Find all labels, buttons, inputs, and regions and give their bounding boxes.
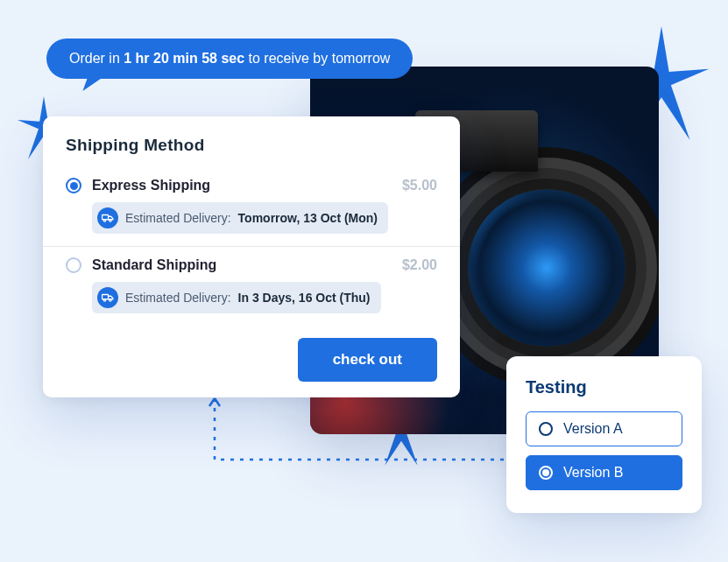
shipping-option-price: $2.00: [402, 257, 437, 273]
svg-point-1: [103, 220, 105, 221]
shipping-option-express[interactable]: Express Shipping $5.00 Estimated Deliver…: [43, 167, 460, 246]
checkout-button[interactable]: check out: [298, 338, 437, 382]
testing-card: Testing Version A Version B: [506, 356, 702, 513]
shipping-option-label: Standard Shipping: [92, 257, 392, 273]
banner-prefix: Order in: [69, 51, 124, 66]
radio-icon[interactable]: [66, 178, 81, 193]
est-label: Estimated Delivery:: [125, 211, 231, 225]
svg-point-4: [103, 299, 105, 301]
radio-icon: [539, 466, 553, 480]
version-label: Version A: [563, 421, 623, 437]
testing-title: Testing: [526, 377, 682, 397]
shipping-option-price: $5.00: [402, 178, 437, 193]
version-option-a[interactable]: Version A: [526, 411, 682, 446]
svg-point-5: [110, 299, 111, 301]
truck-icon: [97, 287, 118, 308]
svg-rect-3: [102, 295, 109, 299]
radio-icon[interactable]: [66, 257, 81, 273]
shipping-option-standard[interactable]: Standard Shipping $2.00 Estimated Delive…: [43, 246, 460, 326]
banner-suffix: to receive by tomorrow: [244, 51, 390, 66]
shipping-card: Shipping Method Express Shipping $5.00 E…: [43, 116, 460, 397]
svg-rect-0: [102, 215, 109, 220]
delivery-estimate: Estimated Delivery: Tomorrow, 13 Oct (Mo…: [92, 202, 388, 234]
shipping-title: Shipping Method: [43, 136, 460, 167]
banner-countdown: 1 hr 20 min 58 sec: [124, 51, 244, 66]
version-label: Version B: [563, 465, 623, 481]
delivery-estimate: Estimated Delivery: In 3 Days, 16 Oct (T…: [92, 282, 381, 313]
est-label: Estimated Delivery:: [125, 291, 231, 305]
est-date: In 3 Days, 16 Oct (Thu): [238, 291, 371, 305]
version-option-b[interactable]: Version B: [526, 455, 682, 490]
svg-point-2: [110, 220, 111, 221]
truck-icon: [97, 207, 118, 228]
countdown-banner: Order in 1 hr 20 min 58 sec to receive b…: [46, 39, 413, 79]
radio-icon: [539, 422, 553, 436]
shipping-option-label: Express Shipping: [92, 178, 392, 193]
est-date: Tomorrow, 13 Oct (Mon): [238, 211, 378, 225]
